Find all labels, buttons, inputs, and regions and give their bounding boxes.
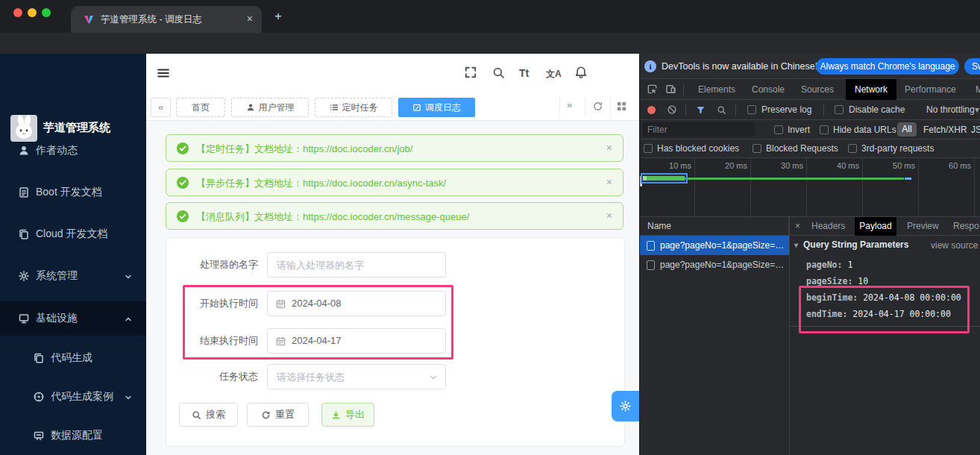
preserve-log-checkbox[interactable] <box>747 105 756 114</box>
traffic-light-zoom[interactable] <box>42 8 51 17</box>
sidebar-item-codegen[interactable]: 代码生成 <box>0 341 146 375</box>
clear-icon[interactable] <box>667 104 677 115</box>
font-size-icon[interactable]: Tt <box>519 67 529 79</box>
preserve-log-label[interactable]: Preserve log <box>761 104 811 115</box>
view-tab-cron-jobs[interactable]: 定时任务 <box>315 98 392 117</box>
blocked-requests-checkbox[interactable] <box>753 144 761 153</box>
triangle-down-icon[interactable]: ▼ <box>793 242 800 249</box>
filter-funnel-icon[interactable] <box>696 105 706 115</box>
divider <box>823 104 824 116</box>
export-button[interactable]: 导出 <box>321 403 374 427</box>
sidebar-item-author[interactable]: 作者动态 <box>0 134 146 168</box>
alert-mq-doc: 【消息队列】文档地址：https://doc.iocoder.cn/messag… <box>166 202 624 230</box>
settings-fab[interactable] <box>612 391 639 421</box>
document-icon <box>18 186 30 198</box>
sidebar-item-cloud-doc[interactable]: Cloud 开发文档 <box>0 217 146 251</box>
alert-cron-doc: 【定时任务】文档地址：https://doc.iocoder.cn/job/ × <box>166 134 624 162</box>
sidebar-item-infra[interactable]: 基础设施 <box>0 301 146 336</box>
blocked-cookies-checkbox[interactable] <box>644 144 653 153</box>
view-tab-users[interactable]: 用户管理 <box>231 98 309 117</box>
translate-icon[interactable]: 文A <box>546 68 562 81</box>
sidebar-item-datasource[interactable]: 数据源配置 <box>0 418 146 453</box>
device-toolbar-icon[interactable] <box>665 84 676 95</box>
new-tab-button[interactable]: + <box>274 9 282 24</box>
detail-close[interactable]: × <box>795 217 800 236</box>
switch-language-button[interactable]: Swi <box>964 58 980 75</box>
request-row-selected[interactable]: page?pageNo=1&pageSize=… <box>640 236 789 255</box>
browser-tab-title: 芋道管理系统 - 调度日志 <box>101 13 202 26</box>
job-status-select[interactable]: 请选择任务状态 <box>267 364 446 389</box>
record-icon[interactable] <box>647 106 656 114</box>
tab-close-icon[interactable]: × <box>247 13 253 25</box>
tick-label: 30 ms <box>773 161 803 170</box>
browser-titlebar: 芋道管理系统 - 调度日志 × + <box>0 0 980 33</box>
disable-cache-checkbox[interactable] <box>835 105 844 114</box>
traffic-light-close[interactable] <box>13 8 22 17</box>
view-source-link[interactable]: view source <box>931 240 978 251</box>
name-column-header[interactable]: Name <box>647 221 671 231</box>
refresh-view-icon[interactable] <box>592 101 603 112</box>
pane-divider[interactable] <box>789 217 790 455</box>
throttling-select[interactable]: No throttling <box>926 104 975 115</box>
copy-icon <box>33 352 45 364</box>
request-doc-icon <box>647 241 655 251</box>
blocked-cookies-label[interactable]: Has blocked cookies <box>657 143 739 154</box>
devtools-tab-more[interactable]: M <box>976 79 980 100</box>
copy-icon <box>18 228 30 240</box>
browser-tab[interactable]: 芋道管理系统 - 调度日志 × <box>71 6 262 33</box>
handler-name-input[interactable] <box>267 252 446 277</box>
search-button[interactable]: 搜索 <box>179 403 238 427</box>
search-icon[interactable] <box>717 105 726 115</box>
fullscreen-icon[interactable] <box>464 66 477 79</box>
tabs-scroll-right[interactable]: » <box>567 99 572 110</box>
query-params-section-title[interactable]: Query String Parameters <box>803 239 908 250</box>
detail-tab-payload[interactable]: Payload <box>855 217 896 236</box>
devtools-tab-performance[interactable]: Performance <box>905 79 956 100</box>
match-language-button[interactable]: Always match Chrome's language <box>816 58 959 75</box>
filter-all-pill[interactable]: All <box>897 122 917 136</box>
devtools-tab-console[interactable]: Console <box>752 79 785 100</box>
search-icon[interactable] <box>492 66 505 79</box>
close-icon[interactable]: × <box>606 142 612 154</box>
gridline <box>694 158 695 217</box>
sidebar-item-codegen-demo[interactable]: 代码生成案例 <box>0 380 146 414</box>
hide-data-urls-label[interactable]: Hide data URLs <box>833 125 896 135</box>
filter-js[interactable]: JS <box>971 125 980 135</box>
invert-label[interactable]: Invert <box>788 125 810 135</box>
devtools-tab-sources[interactable]: Sources <box>801 79 834 100</box>
network-timeline[interactable]: 10 ms 20 ms 30 ms 40 ms 50 ms 60 ms <box>640 158 980 217</box>
sidebar-item-system[interactable]: 系统管理 <box>0 259 146 293</box>
list-icon <box>330 103 339 112</box>
blocked-requests-label[interactable]: Blocked Requests <box>766 143 838 154</box>
view-tab-home[interactable]: 首页 <box>176 98 225 117</box>
layout-grid-icon[interactable] <box>616 101 627 112</box>
view-tab-job-log[interactable]: 调度日志 <box>398 98 475 117</box>
overview-selection[interactable] <box>641 173 688 183</box>
inspect-icon[interactable] <box>647 84 658 95</box>
divider <box>559 98 560 117</box>
menu-fold-icon[interactable] <box>157 66 170 80</box>
close-icon[interactable]: × <box>606 176 612 188</box>
invert-checkbox[interactable] <box>774 125 783 134</box>
disable-cache-label[interactable]: Disable cache <box>849 104 905 115</box>
devtools-tab-elements[interactable]: Elements <box>698 79 735 100</box>
request-row[interactable]: page?pageNo=1&pageSize=… <box>640 255 789 274</box>
bell-icon[interactable] <box>574 66 588 79</box>
third-party-label[interactable]: 3rd-party requests <box>861 143 934 154</box>
search-icon <box>192 410 201 420</box>
devtools-panel: i DevTools is now available in Chinese! … <box>639 54 980 455</box>
browser-toolbar: ← → localhost/job/job-log <box>0 33 980 54</box>
sidebar-item-boot-doc[interactable]: Boot 开发文档 <box>0 175 146 210</box>
tabs-scroll-left[interactable]: « <box>151 98 171 117</box>
hide-data-urls-checkbox[interactable] <box>820 125 829 134</box>
detail-tab-preview[interactable]: Preview <box>907 217 939 236</box>
filter-fetch-xhr[interactable]: Fetch/XHR <box>923 125 967 135</box>
traffic-light-minimize[interactable] <box>28 8 37 17</box>
detail-tab-response[interactable]: Respo <box>953 217 979 236</box>
devtools-tab-network[interactable]: Network <box>846 79 896 100</box>
third-party-checkbox[interactable] <box>848 144 857 153</box>
detail-tab-headers[interactable]: Headers <box>811 217 845 236</box>
close-icon[interactable]: × <box>606 210 612 222</box>
network-filter-input[interactable] <box>643 122 755 136</box>
reset-button[interactable]: 重置 <box>247 403 309 427</box>
